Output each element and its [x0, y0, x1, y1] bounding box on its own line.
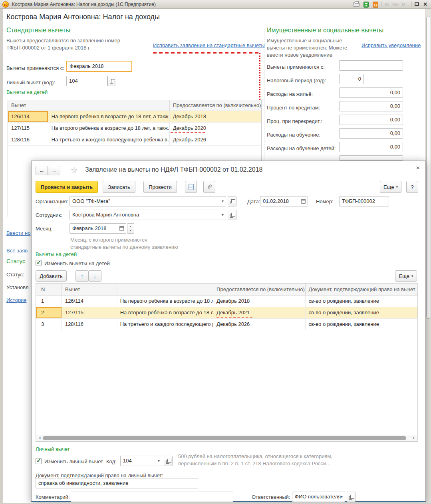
month-stepper[interactable]: ▲▼ [127, 223, 134, 234]
save-button[interactable]: Записать [103, 181, 135, 193]
children-education-expenses-field[interactable]: 0,00 [339, 142, 403, 152]
move-up-button[interactable]: ↑ [75, 270, 89, 282]
cell-until: Декабрь 2026 [213, 319, 306, 330]
post-button[interactable]: Провести [143, 181, 177, 193]
column-header-deduction[interactable]: Вычет [62, 284, 117, 295]
scroll-left-icon[interactable]: ◄ [38, 436, 41, 440]
cell-code: 126/114 [62, 296, 117, 307]
organization-open-button[interactable] [228, 196, 236, 206]
maximize-icon[interactable] [415, 2, 419, 6]
personal-code-field[interactable]: 104 [66, 76, 107, 86]
help-button[interactable]: ? [406, 181, 418, 193]
column-header-n[interactable]: N [36, 284, 62, 295]
column-header-deduction[interactable]: Вычет [8, 100, 170, 111]
applied-from-field[interactable]: Февраль 2018 [66, 61, 132, 72]
loan-interest-field[interactable]: 0,00 [339, 101, 403, 111]
education-expenses-field[interactable]: 0,00 [339, 128, 403, 139]
window-close-icon[interactable]: × [423, 0, 427, 9]
dialog-close-icon[interactable]: × [416, 164, 420, 172]
comment-field[interactable] [71, 492, 233, 502]
responsible-field[interactable]: ФИО пользователя▾ [292, 492, 345, 502]
more-button[interactable]: Еще▾ [380, 181, 401, 193]
organization-field[interactable]: ООО "ТФ-Мега"▾ [70, 196, 226, 206]
scroll-right-icon[interactable]: ► [412, 436, 415, 440]
fix-notification-link[interactable]: Исправить уведомление [361, 42, 421, 48]
enter-new-application-link[interactable]: Ввести но [6, 230, 30, 236]
personal-code-label: Личный вычет (код): [6, 79, 55, 85]
open-icon [166, 460, 169, 464]
post-and-close-button[interactable]: Провести и закрыть [36, 181, 98, 193]
set-label: Установл [6, 284, 29, 290]
table-row[interactable]: 3 128/116 На третьего и каждого последую… [36, 319, 417, 330]
cell-document: св-во о рождении, заявление [306, 296, 417, 307]
add-row-button[interactable]: Добавить [36, 270, 67, 282]
cell-code: 128/116 [8, 134, 48, 145]
calendar-picker-icon[interactable] [119, 226, 124, 231]
table-more-button[interactable]: Еще▾ [395, 270, 417, 282]
housing-expenses-field[interactable]: 0,00 [339, 87, 403, 98]
employee-field[interactable]: Кострова Мария Антоновна▾ [70, 210, 226, 220]
cell-description: На первого ребенка в возрасте до 18 лет,… [48, 111, 170, 122]
document-register-button[interactable] [185, 181, 197, 193]
column-header-document[interactable]: Документ, подтверждающий право на вычет [306, 284, 417, 295]
property-applied-from-label: Вычеты применяются с: [267, 64, 325, 70]
status-label: Статус: [6, 272, 24, 278]
personal-document-field[interactable]: справка об инвалидности, заявление [36, 478, 198, 488]
personal-code-open-button[interactable] [164, 456, 173, 466]
dropdown-icon[interactable]: ▾ [341, 492, 343, 502]
table-header-row: N Вычет Предоставляется по (включительно… [36, 284, 417, 296]
chevron-down-icon: ▾ [396, 185, 398, 189]
personal-code-open-button[interactable] [107, 76, 116, 86]
spin-down-icon[interactable]: ▼ [129, 229, 132, 232]
dropdown-icon[interactable]: ▾ [158, 456, 160, 466]
change-children-deductions-checkbox[interactable]: ✓ [36, 260, 42, 266]
forward-button[interactable]: → [48, 166, 60, 175]
back-button[interactable]: ← [36, 166, 48, 175]
employee-value: Кострова Мария Антоновна [72, 212, 139, 218]
memory-m-plus-button[interactable]: M+ [392, 0, 399, 9]
column-header-until[interactable]: Предоставляется по (включительно) [170, 100, 261, 111]
table-row[interactable]: 126/114 На первого ребенка в возрасте до… [8, 111, 261, 123]
all-applications-link[interactable]: Все заяв [6, 248, 28, 254]
personal-code-combo[interactable]: 104▾ [120, 456, 162, 466]
responsible-open-button[interactable] [347, 492, 356, 502]
table-horizontal-scrollbar[interactable]: ◄ ► [36, 435, 417, 441]
horizontal-scrollbar-thumb[interactable] [43, 436, 406, 440]
more-button-label: Еще [383, 184, 394, 190]
refinance-interest-label: Проц. при перекредит.: [267, 118, 322, 124]
memory-m-minus-button[interactable]: M- [402, 0, 407, 9]
property-applied-from-field[interactable] [339, 60, 403, 71]
favorite-star-icon[interactable]: ☆ [71, 165, 78, 175]
standard-deductions-header: Стандартные вычеты [6, 27, 70, 34]
partial-field[interactable] [339, 155, 403, 161]
calculator-icon[interactable] [363, 2, 369, 8]
attachments-button[interactable] [203, 181, 215, 193]
memory-m-button[interactable]: M [385, 0, 389, 9]
print-icon[interactable] [353, 2, 359, 7]
main-vertical-scrollbar-thumb[interactable] [426, 16, 430, 319]
dropdown-icon[interactable]: ▾ [222, 196, 224, 206]
calendar-icon[interactable]: 31 [373, 2, 378, 8]
date-field[interactable]: 01.02.2018 [260, 196, 308, 206]
page-title: Кострова Мария Антоновна: Налог на доход… [6, 13, 160, 21]
month-field[interactable]: Февраль 2018 [70, 223, 126, 234]
column-header-description[interactable] [117, 284, 213, 295]
month-value: Февраль 2018 [72, 225, 106, 231]
table-row[interactable]: 128/116 На третьего и каждого последующе… [8, 134, 261, 146]
number-field[interactable]: ТФБП-000002 [339, 196, 389, 206]
change-personal-deduction-checkbox[interactable]: ✓ [36, 458, 42, 464]
history-link[interactable]: История [6, 297, 26, 303]
dropdown-icon[interactable]: ▾ [222, 210, 224, 220]
employee-open-button[interactable] [228, 210, 236, 220]
fix-standard-application-link[interactable]: Исправить заявление на стандартные вычет… [153, 42, 265, 48]
table-row[interactable]: 1 126/114 На первого ребенка в возрасте … [36, 296, 417, 307]
tax-period-field[interactable]: 0 [339, 74, 364, 84]
calendar-picker-icon[interactable] [301, 199, 306, 204]
table-row[interactable]: 127/115 На второго ребенка в возрасте до… [8, 123, 261, 134]
column-header-until[interactable]: Предоставляется по (включительно) [213, 284, 306, 295]
refinance-interest-field[interactable]: 0,00 [339, 115, 403, 125]
spin-up-icon[interactable]: ▲ [129, 225, 132, 228]
move-down-button[interactable]: ↓ [88, 270, 101, 282]
cell-description: На второго ребенка в возрасте до 18 лет,… [48, 123, 170, 134]
cell-n: 3 [36, 319, 62, 330]
